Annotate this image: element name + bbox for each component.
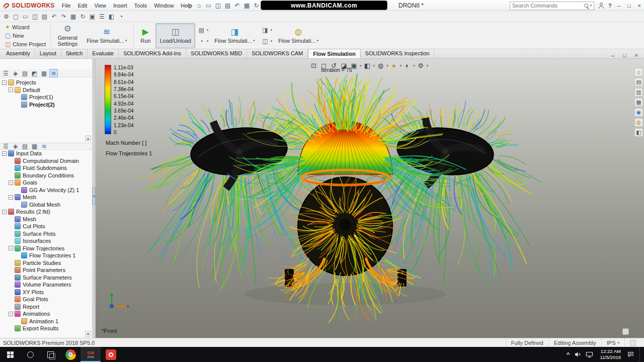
caret-down-icon[interactable]: ▾ bbox=[373, 64, 375, 68]
configuration-manager-icon[interactable]: ▤ bbox=[21, 69, 29, 77]
open-document-icon[interactable]: ▭ bbox=[21, 12, 30, 21]
viewport-resize-grip[interactable] bbox=[622, 328, 629, 335]
expander-icon[interactable]: − bbox=[2, 210, 7, 214]
sim-tree-item-xy-plots[interactable]: XY Plots bbox=[0, 289, 92, 296]
apply-scene-icon[interactable]: ◐ bbox=[403, 61, 412, 70]
sim-tree-item-input-data[interactable]: −Input Data bbox=[0, 150, 92, 157]
sim-tree-item-flow-trajectories-1[interactable]: Flow Trajectories 1 bbox=[0, 252, 92, 259]
dimxpert-manager-icon[interactable]: ◩ bbox=[30, 69, 39, 77]
flow-simulation-tree-icon[interactable]: ≋ bbox=[40, 142, 48, 151]
view-settings-icon[interactable]: ⚙ bbox=[2, 12, 11, 21]
wizard-button[interactable]: ✦ Wizard bbox=[3, 23, 48, 31]
caret-down-icon[interactable]: ▾ bbox=[360, 64, 362, 68]
property-manager-icon[interactable]: ◈ bbox=[11, 69, 20, 77]
expander-icon[interactable]: − bbox=[9, 195, 13, 200]
expander-icon[interactable]: − bbox=[9, 87, 13, 92]
print-icon[interactable]: ▤ bbox=[40, 12, 49, 21]
bandicam-taskbar-button[interactable] bbox=[101, 347, 121, 362]
solidworks-resources-icon[interactable]: ⌂ bbox=[634, 68, 643, 76]
redo-icon[interactable]: ↷ bbox=[59, 12, 68, 21]
feature-tree-icon[interactable]: ☰ bbox=[2, 142, 10, 151]
sim-tree-item-animations[interactable]: −Animations bbox=[0, 310, 92, 318]
project-tree-item-default[interactable]: −Default bbox=[0, 86, 92, 94]
clone-project-button[interactable]: ◫ Clone Project bbox=[3, 40, 48, 48]
search-caret-icon[interactable]: ▾ bbox=[590, 4, 592, 8]
taskbar-clock[interactable]: 12:22 AM 11/5/2019 bbox=[598, 348, 623, 360]
expander-icon[interactable]: − bbox=[2, 80, 7, 85]
menu-insert[interactable]: Insert bbox=[110, 2, 131, 10]
tab-solidworks-inspection[interactable]: SOLIDWORKS Inspection bbox=[361, 49, 435, 58]
panel-collapse-handle[interactable]: ◂ bbox=[92, 187, 96, 205]
sim-tree-item-point-parameters[interactable]: Point Parameters bbox=[0, 266, 92, 274]
sim-tree-item-flow-trajectories[interactable]: −Flow Trajectories bbox=[0, 245, 92, 252]
caret-down-icon[interactable]: ▾ bbox=[427, 64, 429, 68]
sim-tree-item-isosurfaces[interactable]: Isosurfaces bbox=[0, 237, 92, 245]
sim-tree-item-results-2-fld[interactable]: −Results (2.fld) bbox=[0, 208, 92, 216]
status-tag-button[interactable] bbox=[624, 338, 641, 347]
feature-tree-icon[interactable]: ☰ bbox=[2, 69, 10, 77]
property-manager-icon[interactable]: ◈ bbox=[11, 142, 20, 151]
tray-expand-icon[interactable]: ^ bbox=[567, 351, 570, 357]
select-icon[interactable]: ▦ bbox=[243, 1, 251, 10]
chrome-taskbar-button[interactable] bbox=[60, 347, 80, 362]
pane-divider[interactable]: ☰◈▤▦≋ bbox=[0, 143, 92, 150]
sim-tree-item-report[interactable]: Report bbox=[0, 303, 92, 311]
menu-file[interactable]: File bbox=[58, 2, 74, 10]
rebuild-icon[interactable]: ↻ bbox=[252, 1, 261, 10]
display-manager-icon[interactable]: ▦ bbox=[40, 69, 48, 77]
task-view-button[interactable] bbox=[40, 347, 60, 362]
tab-layout[interactable]: Layout bbox=[35, 49, 61, 58]
help-button[interactable]: ? bbox=[608, 3, 612, 9]
doc-close-button[interactable]: × bbox=[633, 52, 639, 58]
compare-results-button[interactable]: ◫▾ bbox=[261, 37, 272, 45]
viewport-canvas[interactable]: x bbox=[96, 59, 644, 338]
search-icon[interactable] bbox=[584, 4, 588, 8]
undo-icon[interactable]: ↶ bbox=[233, 1, 242, 10]
measure-icon[interactable]: ◔ bbox=[117, 12, 125, 21]
new-project-button[interactable]: ▢ New bbox=[3, 32, 48, 40]
scenes-icon[interactable]: ◍ bbox=[634, 118, 643, 127]
sim-tree-item-mesh[interactable]: Mesh bbox=[0, 216, 92, 223]
minimize-button[interactable]: – bbox=[616, 3, 622, 9]
pin-icon[interactable]: ◇ bbox=[185, 1, 194, 10]
tab-evaluate[interactable]: Evaluate bbox=[88, 49, 119, 58]
rebuild-icon[interactable]: ↻ bbox=[78, 12, 87, 21]
doc-restore-button[interactable]: □ bbox=[621, 52, 628, 58]
edit-appearance-icon[interactable]: ● bbox=[390, 61, 398, 70]
tab-sketch[interactable]: Sketch bbox=[61, 49, 88, 58]
scroll-down-icon[interactable]: ▾ bbox=[85, 331, 91, 337]
hide-show-items-icon[interactable]: ◍ bbox=[376, 61, 385, 70]
menu-view[interactable]: View bbox=[91, 2, 110, 10]
solidworks-taskbar-button[interactable]: SW 2018 bbox=[80, 347, 101, 362]
sim-tree-item-goals[interactable]: −Goals bbox=[0, 179, 92, 187]
view-settings-icon[interactable]: ⚙ bbox=[417, 61, 425, 70]
sim-tree-item-goal-plots[interactable]: Goal Plots bbox=[0, 296, 92, 303]
run-button[interactable]: ▶ Run bbox=[136, 23, 154, 48]
file-explorer-icon[interactable]: ▥ bbox=[634, 88, 643, 97]
menu-tools[interactable]: Tools bbox=[131, 2, 151, 10]
sim-tree-item-surface-parameters[interactable]: Surface Parameters bbox=[0, 274, 92, 282]
sim-tree-item-surface-plots[interactable]: Surface Plots bbox=[0, 230, 92, 238]
expander-icon[interactable]: − bbox=[9, 246, 13, 250]
start-button[interactable] bbox=[0, 347, 20, 362]
expander-icon[interactable]: − bbox=[9, 312, 13, 316]
sim-tree-item-global-mesh[interactable]: Global Mesh bbox=[0, 201, 92, 209]
open-icon[interactable]: ▭ bbox=[204, 1, 213, 10]
home-icon[interactable]: ⌂ bbox=[195, 1, 203, 10]
menu-edit[interactable]: Edit bbox=[74, 2, 91, 10]
sim-tree-item-particle-studies[interactable]: Particle Studies bbox=[0, 259, 92, 267]
menu-window[interactable]: Window bbox=[150, 2, 177, 10]
view-palette-icon[interactable]: ▦ bbox=[634, 98, 643, 107]
tab-solidworks-mbd[interactable]: SOLIDWORKS MBD bbox=[186, 49, 247, 58]
color-scale-bar[interactable] bbox=[105, 65, 111, 134]
batch-run-button[interactable]: ▤▾ bbox=[197, 26, 209, 34]
caret-down-icon[interactable]: ▾ bbox=[413, 64, 415, 68]
custom-properties-icon[interactable]: ◧ bbox=[634, 128, 643, 137]
save-document-icon[interactable]: ◫ bbox=[31, 12, 39, 21]
sim-tree-item-boundary-conditions[interactable]: Boundary Conditions bbox=[0, 172, 92, 179]
appearances-icon[interactable]: ◉ bbox=[634, 108, 643, 117]
project-tree-item-project-1[interactable]: Project(1) bbox=[0, 94, 92, 101]
sim-tree-item-computational-domain[interactable]: Computational Domain bbox=[0, 157, 92, 165]
scroll-up-icon[interactable]: ▴ bbox=[85, 135, 91, 141]
doc-minimize-button[interactable]: – bbox=[610, 52, 616, 58]
